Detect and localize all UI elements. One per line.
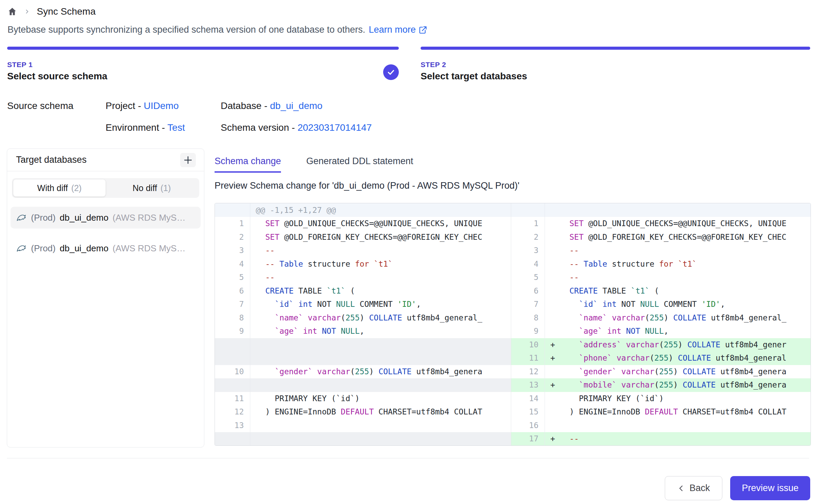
code-line: PRIMARY KEY (`id`)	[250, 392, 511, 406]
plus-icon	[183, 155, 193, 165]
line-number	[511, 203, 545, 217]
line-number	[215, 203, 250, 217]
line-number: 10	[511, 338, 545, 352]
code-line: `age` int NOT NULL,	[250, 325, 511, 338]
code-line: +--	[545, 432, 811, 445]
line-number: 5	[511, 271, 545, 284]
code-line: `name` varchar(255) COLLATE utf8mb4_gene…	[545, 311, 811, 325]
target-db-item[interactable]: (Prod)db_ui_demo(AWS RDS MyS…	[11, 237, 201, 259]
tab-generated-ddl[interactable]: Generated DDL statement	[306, 156, 413, 173]
line-number	[215, 351, 250, 365]
back-button[interactable]: Back	[665, 476, 722, 500]
line-number: 8	[511, 311, 545, 325]
step-1-completed-badge	[383, 64, 399, 80]
chevron-left-icon	[677, 484, 685, 492]
target-db-item[interactable]: (Prod)db_ui_demo(AWS RDS MyS…	[11, 207, 201, 229]
added-line-marker: +	[550, 378, 569, 392]
tab-no-diff-count: (1)	[160, 183, 171, 193]
database-link[interactable]: db_ui_demo	[270, 100, 323, 111]
diff-filter-tabs: With diff (2) No diff (1)	[12, 178, 199, 198]
environment-label: Environment -	[106, 122, 168, 133]
step-1-label: STEP 1	[7, 61, 399, 69]
code-line: + `mobile` varchar(255) COLLATE utf8mb4_…	[545, 378, 811, 392]
breadcrumb: Sync Schema	[7, 4, 96, 19]
line-number: 4	[511, 257, 545, 271]
schema-version-label: Schema version -	[221, 122, 298, 133]
diff-row: 10+ `address` varchar(255) COLLATE utf8m…	[511, 338, 811, 352]
code-line: CREATE TABLE `t1` (	[545, 284, 811, 298]
preview-issue-button[interactable]: Preview issue	[730, 476, 810, 500]
learn-more-link[interactable]: Learn more	[369, 25, 427, 35]
diff-row: 17+--	[511, 432, 811, 445]
code-line: `id` int NOT NULL COMMENT 'ID',	[250, 298, 511, 311]
code-line: SET @OLD_FOREIGN_KEY_CHECKS=@@FOREIGN_KE…	[250, 231, 511, 244]
diff-row: 15) ENGINE=InnoDB DEFAULT CHARSET=utf8mb…	[511, 405, 811, 419]
schema-version-link[interactable]: 20230317014147	[298, 122, 372, 133]
project-link[interactable]: UIDemo	[144, 100, 179, 111]
line-number: 15	[511, 405, 545, 419]
step-2-title: Select target databases	[421, 71, 810, 82]
step-2: STEP 2 Select target databases	[421, 47, 810, 82]
code-line	[250, 338, 511, 352]
db-name: db_ui_demo	[60, 243, 108, 254]
added-line-marker: +	[550, 351, 569, 365]
diff-row: @@ -1,15 +1,27 @@	[215, 203, 511, 217]
diff-pane-source: @@ -1,15 +1,27 @@1SET @OLD_UNIQUE_CHECKS…	[215, 203, 511, 445]
code-line: + `address` varchar(255) COLLATE utf8mb4…	[545, 338, 811, 352]
code-line: ) ENGINE=InnoDB DEFAULT CHARSET=utf8mb4 …	[250, 405, 511, 419]
db-instance: (AWS RDS MyS…	[112, 243, 185, 254]
add-target-database-button[interactable]	[180, 153, 196, 167]
tab-with-diff[interactable]: With diff (2)	[13, 179, 106, 196]
code-line: ) ENGINE=InnoDB DEFAULT CHARSET=utf8mb4 …	[545, 405, 811, 419]
chevron-right-icon	[24, 9, 30, 15]
diff-row	[215, 351, 511, 365]
tab-schema-change[interactable]: Schema change	[215, 156, 281, 173]
diff-pane-target: 1SET @OLD_UNIQUE_CHECKS=@@UNIQUE_CHECKS,…	[511, 203, 811, 445]
tab-no-diff-label: No diff	[132, 183, 157, 193]
line-number: 4	[215, 257, 250, 271]
diff-row: 4-- Table structure for `t1`	[511, 257, 811, 271]
target-databases-panel: Target databases With diff (2) No diff (…	[7, 148, 204, 447]
diff-row: 1SET @OLD_UNIQUE_CHECKS=@@UNIQUE_CHECKS,…	[511, 217, 811, 231]
mysql-icon	[16, 212, 27, 223]
target-databases-title: Target databases	[16, 155, 87, 165]
preview-tabs: Schema change Generated DDL statement	[215, 156, 413, 173]
diff-row: 1SET @OLD_UNIQUE_CHECKS=@@UNIQUE_CHECKS,…	[215, 217, 511, 231]
external-link-icon	[419, 26, 427, 34]
step-2-label: STEP 2	[421, 61, 810, 69]
diff-row: 13	[215, 419, 511, 432]
tab-no-diff[interactable]: No diff (1)	[106, 179, 198, 196]
diff-row	[215, 432, 511, 445]
code-line	[545, 419, 811, 432]
source-schema-environment: Environment - Test	[106, 122, 185, 133]
code-line: -- Table structure for `t1`	[545, 257, 811, 271]
line-number: 6	[215, 284, 250, 298]
diff-row: 7 `id` int NOT NULL COMMENT 'ID',	[215, 298, 511, 311]
diff-row: 4-- Table structure for `t1`	[215, 257, 511, 271]
diff-row: 3--	[215, 244, 511, 257]
step-1: STEP 1 Select source schema	[7, 47, 399, 82]
diff-row: 3--	[511, 244, 811, 257]
project-label: Project -	[106, 100, 144, 111]
line-number: 17	[511, 432, 545, 445]
home-icon[interactable]	[7, 7, 17, 16]
diff-row: 5--	[215, 271, 511, 284]
code-line	[250, 432, 511, 445]
source-schema-project: Project - UIDemo	[106, 100, 179, 111]
code-line	[250, 351, 511, 365]
line-number: 2	[511, 231, 545, 244]
line-number: 12	[511, 365, 545, 379]
environment-link[interactable]: Test	[168, 122, 185, 133]
code-line: CREATE TABLE `t1` (	[250, 284, 511, 298]
diff-row	[215, 338, 511, 352]
target-databases-header: Target databases	[7, 149, 204, 171]
line-number: 14	[511, 392, 545, 406]
diff-row: 11+ `phone` varchar(255) COLLATE utf8mb4…	[511, 351, 811, 365]
line-number: 11	[215, 392, 250, 406]
tab-with-diff-label: With diff	[37, 183, 68, 193]
code-line	[250, 419, 511, 432]
schema-diff-viewer: @@ -1,15 +1,27 @@1SET @OLD_UNIQUE_CHECKS…	[215, 203, 811, 446]
diff-row: 7 `id` int NOT NULL COMMENT 'ID',	[511, 298, 811, 311]
page-title: Sync Schema	[37, 6, 96, 17]
line-number: 16	[511, 419, 545, 432]
